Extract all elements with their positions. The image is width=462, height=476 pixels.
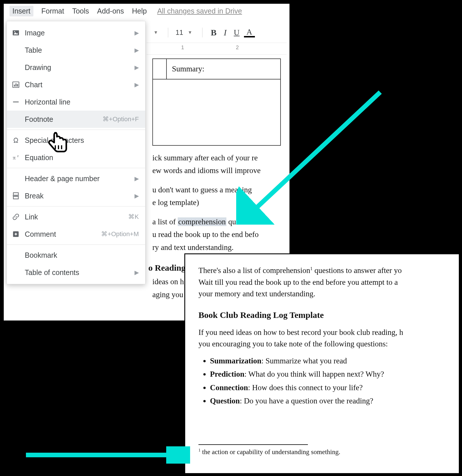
submenu-arrow-icon: ▶ — [135, 81, 139, 88]
image-icon — [12, 29, 25, 37]
svg-rect-0 — [13, 30, 19, 35]
menu-item-equation[interactable]: π2 Equation — [7, 149, 145, 166]
heading: Book Club Reading Log Template — [198, 308, 450, 321]
keyboard-shortcut: ⌘+Option+F — [103, 115, 139, 123]
ruler-tick: 1 — [181, 45, 184, 51]
body-text: Wait till you read the book up to the en… — [198, 276, 450, 288]
menu-item-horizontal-line[interactable]: Horizontal line — [7, 93, 145, 111]
text-color-button[interactable]: A — [244, 28, 255, 37]
menu-item-table-of-contents[interactable]: Table of contents ▶ — [7, 264, 145, 281]
underline-button[interactable]: U — [232, 28, 241, 37]
chart-icon — [12, 81, 25, 88]
keyboard-shortcut: ⌘K — [128, 213, 139, 221]
list-item: Connection: How does this connect to you… — [210, 382, 450, 394]
body-text: ry and text understanding. — [147, 241, 287, 254]
menu-format[interactable]: Format — [41, 7, 64, 15]
footnote-separator — [198, 444, 308, 445]
svg-rect-6 — [17, 84, 18, 87]
toolbar-separator — [202, 28, 202, 37]
svg-rect-4 — [14, 85, 15, 87]
summary-label: Summary: — [172, 65, 205, 73]
menu-separator — [7, 168, 145, 168]
keyboard-shortcut: ⌘+Option+M — [101, 230, 139, 238]
menu-item-break[interactable]: Break ▶ — [7, 187, 145, 204]
menu-item-image[interactable]: Image ▶ — [7, 24, 145, 41]
submenu-arrow-icon: ▶ — [135, 29, 139, 36]
insert-menu-dropdown: Image ▶ Table ▶ Drawing ▶ Chart ▶ — [7, 21, 145, 284]
list-item: Question: Do you have a question over th… — [210, 395, 450, 407]
menu-item-link[interactable]: Link ⌘K — [7, 208, 145, 225]
body-text: a list of comprehension questions — [147, 215, 287, 228]
pi-icon: π2 — [12, 154, 25, 161]
ruler: 1 2 — [147, 43, 287, 55]
submenu-arrow-icon: ▶ — [135, 64, 139, 71]
body-text: your memory and text understanding. — [198, 288, 450, 300]
svg-text:2: 2 — [17, 154, 18, 158]
submenu-arrow-icon: ▶ — [135, 175, 139, 182]
body-text: ew words and idioms will improve — [147, 164, 287, 177]
submenu-arrow-icon: ▶ — [135, 47, 139, 54]
bold-button[interactable]: B — [209, 28, 218, 37]
menu-item-bookmark[interactable]: Bookmark — [7, 246, 145, 264]
ruler-tick: 2 — [236, 45, 239, 51]
list-item: Summarization: Summarize what you read — [210, 355, 450, 367]
menu-separator — [7, 244, 145, 245]
submenu-arrow-icon: ▶ — [135, 269, 139, 276]
save-status: All changes saved in Drive — [157, 7, 242, 15]
body-text: e log template) — [147, 196, 287, 209]
menu-separator — [7, 130, 145, 130]
document-preview: There's also a list of comprehension1 qu… — [184, 253, 460, 474]
selected-text: comprehension — [178, 217, 226, 226]
body-text: ick summary after each of your re — [147, 151, 287, 164]
menubar: Insert Format Tools Add-ons Help All cha… — [4, 4, 289, 18]
caret-down-icon[interactable]: ▼ — [188, 30, 192, 35]
svg-text:π: π — [13, 155, 16, 161]
body-text: There's also a list of comprehension1 qu… — [198, 265, 450, 276]
font-size-value[interactable]: 11 — [175, 29, 184, 37]
menu-item-table[interactable]: Table ▶ — [7, 41, 145, 59]
list-item: Prediction: What do you think will happe… — [210, 368, 450, 380]
menu-separator — [7, 206, 145, 206]
page-break-icon — [12, 192, 25, 200]
toolbar: ▼ 11 ▼ B I U A — [147, 24, 289, 41]
comment-icon — [12, 230, 25, 238]
svg-point-2 — [14, 31, 15, 32]
italic-button[interactable]: I — [221, 28, 230, 37]
menu-item-chart[interactable]: Chart ▶ — [7, 76, 145, 93]
annotation-arrow — [23, 446, 190, 464]
menu-item-comment[interactable]: Comment ⌘+Option+M — [7, 225, 145, 243]
bullet-list: Summarization: Summarize what you read P… — [210, 355, 450, 407]
svg-rect-5 — [16, 84, 16, 87]
svg-rect-10 — [13, 193, 18, 195]
omega-icon — [12, 136, 25, 144]
svg-rect-11 — [13, 196, 18, 199]
summary-table: Summary: — [152, 58, 281, 146]
body-text: If you need ideas on how to best record … — [198, 327, 450, 338]
link-icon — [12, 213, 25, 221]
menu-item-special-characters[interactable]: Special characters — [7, 132, 145, 149]
caret-down-icon[interactable]: ▼ — [154, 30, 158, 35]
menu-addons[interactable]: Add-ons — [97, 7, 124, 15]
menu-insert[interactable]: Insert — [10, 6, 33, 16]
body-text: u read the book up to the end befo — [147, 228, 287, 241]
toolbar-separator — [168, 28, 168, 37]
footnote-text: 1 the action or capability of understand… — [198, 447, 450, 457]
menu-tools[interactable]: Tools — [72, 7, 89, 15]
menu-help[interactable]: Help — [132, 7, 147, 15]
body-text: u don't want to guess a meaning — [147, 183, 287, 196]
footnote-marker: 1 — [310, 266, 313, 271]
menu-item-footnote[interactable]: Footnote ⌘+Option+F — [7, 111, 145, 128]
submenu-arrow-icon: ▶ — [135, 192, 139, 199]
body-text: you encouraging you to take note of the … — [198, 338, 450, 350]
menu-item-drawing[interactable]: Drawing ▶ — [7, 59, 145, 76]
menu-item-header-page-number[interactable]: Header & page number ▶ — [7, 170, 145, 187]
horizontal-line-icon — [12, 98, 25, 106]
